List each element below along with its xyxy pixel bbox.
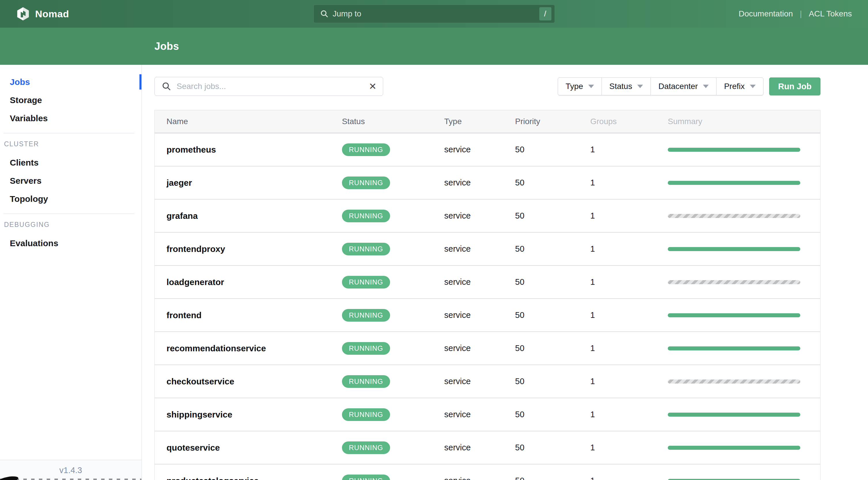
filter-label: Status <box>609 82 632 91</box>
table-row[interactable]: grafanaRUNNINGservice501 <box>155 199 820 233</box>
sidebar-item-topology[interactable]: Topology <box>0 190 142 208</box>
summary-bar <box>668 214 800 218</box>
table-header-row: NameStatusTypePriorityGroupsSummary <box>155 110 820 133</box>
table-row[interactable]: shippingserviceRUNNINGservice501 <box>155 398 820 431</box>
jump-to-searchbox[interactable]: / <box>313 5 555 23</box>
job-status-cell: RUNNING <box>342 342 444 355</box>
table-row[interactable]: quoteserviceRUNNINGservice501 <box>155 431 820 465</box>
job-priority: 50 <box>515 277 590 287</box>
sidebar-divider <box>3 133 134 133</box>
jump-to-input[interactable] <box>329 5 539 23</box>
sidebar-item-jobs[interactable]: Jobs <box>0 73 142 91</box>
job-groups: 1 <box>590 178 668 187</box>
column-header-status[interactable]: Status <box>342 117 444 126</box>
job-name[interactable]: checkoutservice <box>155 377 342 386</box>
chevron-down-icon <box>750 85 756 88</box>
sidebar-footer: v1.4.3 <box>0 460 142 480</box>
job-status-cell: RUNNING <box>342 375 444 388</box>
job-summary-cell <box>668 181 820 185</box>
job-name[interactable]: quoteservice <box>155 443 342 453</box>
summary-bar <box>668 148 800 152</box>
sidebar-item-clients[interactable]: Clients <box>0 154 142 171</box>
sidebar-item-evaluations[interactable]: Evaluations <box>0 234 142 252</box>
links-separator: | <box>800 9 802 19</box>
job-type: service <box>444 476 515 480</box>
filter-status-button[interactable]: Status <box>601 77 651 95</box>
job-summary-cell <box>668 446 820 450</box>
job-name[interactable]: grafana <box>155 211 342 221</box>
job-summary-cell <box>668 148 820 152</box>
job-name[interactable]: loadgenerator <box>155 277 342 287</box>
job-groups: 1 <box>590 145 668 154</box>
table-row[interactable]: jaegerRUNNINGservice501 <box>155 166 820 199</box>
table-row[interactable]: productcatalogserviceRUNNINGservice501 <box>155 465 820 480</box>
sidebar-item-storage[interactable]: Storage <box>0 91 142 109</box>
filter-prefix-button[interactable]: Prefix <box>716 77 764 95</box>
job-summary-cell <box>668 313 820 317</box>
brand[interactable]: Nomad <box>0 6 69 21</box>
job-name[interactable]: productcatalogservice <box>155 476 342 480</box>
summary-bar <box>668 313 800 317</box>
job-groups: 1 <box>590 211 668 221</box>
chevron-down-icon <box>637 85 643 88</box>
job-type: service <box>444 178 515 187</box>
jobs-searchbox[interactable]: ✕ <box>154 77 383 96</box>
table-row[interactable]: frontendproxyRUNNINGservice501 <box>155 233 820 266</box>
column-header-name[interactable]: Name <box>155 117 342 126</box>
nomad-app: Nomad / Documentation | ACL Tokens Jobs … <box>0 0 868 480</box>
version-label: v1.4.3 <box>59 466 82 475</box>
job-groups: 1 <box>590 311 668 320</box>
job-groups: 1 <box>590 443 668 452</box>
jobs-search-input[interactable] <box>172 77 366 96</box>
job-status-cell: RUNNING <box>342 276 444 289</box>
job-priority: 50 <box>515 476 590 480</box>
job-name[interactable]: jaeger <box>155 178 342 188</box>
job-priority: 50 <box>515 377 590 386</box>
table-row[interactable]: loadgeneratorRUNNINGservice501 <box>155 266 820 299</box>
job-name[interactable]: frontendproxy <box>155 244 342 254</box>
job-priority: 50 <box>515 443 590 452</box>
filter-label: Datacenter <box>658 82 698 91</box>
job-status-cell: RUNNING <box>342 441 444 454</box>
summary-bar <box>668 181 800 185</box>
job-name[interactable]: prometheus <box>155 145 342 155</box>
table-row[interactable]: recommendationserviceRUNNINGservice501 <box>155 332 820 365</box>
job-status-cell: RUNNING <box>342 408 444 421</box>
sidebar-item-servers[interactable]: Servers <box>0 171 142 190</box>
job-type: service <box>444 244 515 254</box>
filter-datacenter-button[interactable]: Datacenter <box>651 77 716 95</box>
job-summary-cell <box>668 247 820 251</box>
filter-type-button[interactable]: Type <box>558 77 602 95</box>
status-badge: RUNNING <box>342 276 390 289</box>
top-navbar: Nomad / Documentation | ACL Tokens <box>0 0 868 28</box>
brand-name: Nomad <box>35 8 69 20</box>
job-status-cell: RUNNING <box>342 243 444 255</box>
run-job-button[interactable]: Run Job <box>769 77 820 95</box>
job-priority: 50 <box>515 244 590 254</box>
table-row[interactable]: frontendRUNNINGservice501 <box>155 299 820 332</box>
status-badge: RUNNING <box>342 177 390 189</box>
status-badge: RUNNING <box>342 309 390 322</box>
summary-bar <box>668 479 800 480</box>
job-priority: 50 <box>515 311 590 320</box>
job-type: service <box>444 410 515 419</box>
table-row[interactable]: prometheusRUNNINGservice501 <box>155 133 820 166</box>
job-status-cell: RUNNING <box>342 210 444 222</box>
column-header-priority[interactable]: Priority <box>515 117 590 126</box>
job-groups: 1 <box>590 344 668 353</box>
documentation-link[interactable]: Documentation <box>739 9 793 19</box>
chevron-down-icon <box>588 85 594 88</box>
acl-tokens-link[interactable]: ACL Tokens <box>809 9 852 19</box>
job-status-cell: RUNNING <box>342 309 444 322</box>
table-row[interactable]: checkoutserviceRUNNINGservice501 <box>155 365 820 398</box>
job-name[interactable]: recommendationservice <box>155 344 342 353</box>
job-name[interactable]: shippingservice <box>155 410 342 419</box>
job-name[interactable]: frontend <box>155 311 342 320</box>
sidebar-item-variables[interactable]: Variables <box>0 109 142 127</box>
clear-search-button[interactable]: ✕ <box>369 77 376 96</box>
job-type: service <box>444 377 515 386</box>
job-type: service <box>444 443 515 452</box>
job-priority: 50 <box>515 145 590 154</box>
column-header-type[interactable]: Type <box>444 117 515 126</box>
summary-bar <box>668 280 800 284</box>
